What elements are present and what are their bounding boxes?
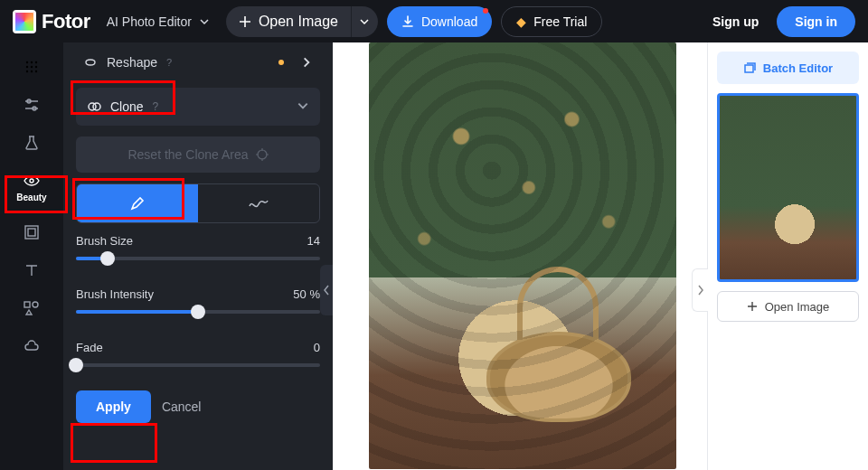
svg-point-2 <box>35 61 37 63</box>
fade-value: 0 <box>314 341 320 354</box>
brush-size-value: 14 <box>307 234 320 248</box>
logo-icon <box>13 10 36 33</box>
svg-point-3 <box>26 66 28 68</box>
free-trial-button[interactable]: ◆ Free Trial <box>501 6 602 37</box>
frame-icon <box>24 224 40 240</box>
clone-label: Clone <box>110 99 144 114</box>
eye-icon <box>24 173 40 189</box>
rail-elements[interactable] <box>12 300 52 316</box>
flask-icon <box>24 135 40 151</box>
rail-text[interactable] <box>12 262 52 278</box>
plus-icon <box>239 15 251 28</box>
squiggle-icon <box>249 197 269 210</box>
target-icon <box>256 148 269 161</box>
signin-button[interactable]: Sign in <box>777 6 855 37</box>
svg-point-18 <box>258 150 267 159</box>
rail-beauty-label: Beauty <box>16 193 46 202</box>
svg-rect-19 <box>745 65 753 72</box>
slider-thumb[interactable] <box>69 358 83 372</box>
svg-point-5 <box>35 66 37 68</box>
reshape-icon <box>83 55 98 70</box>
rail-beauty[interactable]: Beauty <box>12 173 52 202</box>
brush-tool[interactable] <box>77 184 198 222</box>
logo[interactable]: Fotor <box>13 10 90 33</box>
rail-frame[interactable] <box>12 224 52 240</box>
svg-rect-14 <box>24 302 30 307</box>
basket-handle <box>517 267 599 375</box>
sliders-icon <box>24 97 40 113</box>
svg-point-15 <box>33 302 38 307</box>
panel-collapse-toggle[interactable] <box>320 265 333 315</box>
plus-icon <box>747 301 758 312</box>
canvas-area[interactable] <box>333 42 707 470</box>
download-label: Download <box>421 14 477 29</box>
fade-label: Fade <box>76 341 103 354</box>
stack-icon <box>743 61 756 74</box>
rail-sliders[interactable] <box>12 97 52 113</box>
brush-size-label: Brush Size <box>76 234 133 248</box>
reset-clone-button[interactable]: Reset the Clone Area <box>76 136 320 173</box>
chevron-down-icon <box>359 16 370 27</box>
right-column: Batch Editor Open Image <box>707 42 868 470</box>
open-image-button[interactable]: Open Image <box>226 6 378 37</box>
reshape-label: Reshape <box>107 55 157 70</box>
svg-rect-13 <box>28 229 35 236</box>
brush-mode-row <box>76 183 320 223</box>
svg-point-7 <box>31 70 33 72</box>
clone-icon <box>87 99 101 114</box>
chevron-right-icon <box>697 285 704 296</box>
slider-thumb[interactable] <box>100 251 115 266</box>
text-icon <box>24 262 40 278</box>
right-panel-toggle[interactable] <box>692 268 708 312</box>
left-rail: Beauty <box>0 42 63 470</box>
rail-flask[interactable] <box>12 135 52 151</box>
apply-button[interactable]: Apply <box>76 390 151 423</box>
cloud-icon <box>24 338 40 354</box>
chevron-right-icon <box>300 56 313 69</box>
grid-icon <box>24 59 40 75</box>
svg-point-8 <box>35 70 37 72</box>
svg-point-0 <box>26 61 28 63</box>
chevron-down-icon <box>297 99 309 112</box>
download-icon <box>401 15 414 28</box>
fade-slider[interactable] <box>76 363 320 367</box>
reset-label: Reset the Clone Area <box>127 147 248 162</box>
cancel-button[interactable]: Cancel <box>162 390 202 423</box>
open-image-right[interactable]: Open Image <box>717 291 859 322</box>
svg-point-17 <box>93 103 100 110</box>
image-thumbnail[interactable] <box>717 93 859 282</box>
brush-size-slider[interactable] <box>76 257 320 260</box>
open-image-label: Open Image <box>765 300 830 314</box>
chevron-down-icon <box>199 16 210 27</box>
mode-dropdown[interactable]: AI Photo Editor <box>99 14 217 29</box>
fade-control: Fade 0 <box>76 341 320 367</box>
brush-intensity-value: 50 % <box>293 287 320 301</box>
indicator-dot-icon <box>278 60 284 65</box>
svg-point-4 <box>31 66 33 68</box>
chevron-left-icon <box>323 285 330 296</box>
diamond-icon: ◆ <box>516 14 526 29</box>
help-icon: ? <box>153 100 159 113</box>
notification-dot-icon <box>483 8 488 14</box>
batch-editor-button[interactable]: Batch Editor <box>717 52 859 84</box>
slider-thumb[interactable] <box>191 305 205 319</box>
clone-accordion[interactable]: Clone ? <box>76 88 320 126</box>
open-image-caret[interactable] <box>351 6 378 37</box>
download-button[interactable]: Download <box>387 6 492 37</box>
tool-panel: Reshape ? Clone ? Reset the Clone Area <box>63 42 333 470</box>
pencil-icon <box>129 195 146 212</box>
svg-point-11 <box>30 179 33 183</box>
shapes-icon <box>24 300 40 316</box>
signup-link[interactable]: Sign up <box>703 14 768 29</box>
svg-point-1 <box>31 61 33 63</box>
brush-intensity-slider[interactable] <box>76 310 320 314</box>
highlight-box <box>71 423 157 463</box>
rail-cloud[interactable] <box>12 338 52 354</box>
reshape-row[interactable]: Reshape ? <box>76 50 320 75</box>
main: Beauty Reshape ? Clone ? <box>0 42 868 470</box>
rail-adjust[interactable] <box>12 59 52 75</box>
erase-tool[interactable] <box>198 184 319 222</box>
canvas-image <box>369 42 676 469</box>
free-trial-label: Free Trial <box>533 14 587 29</box>
brush-size-control: Brush Size 14 <box>76 234 320 260</box>
